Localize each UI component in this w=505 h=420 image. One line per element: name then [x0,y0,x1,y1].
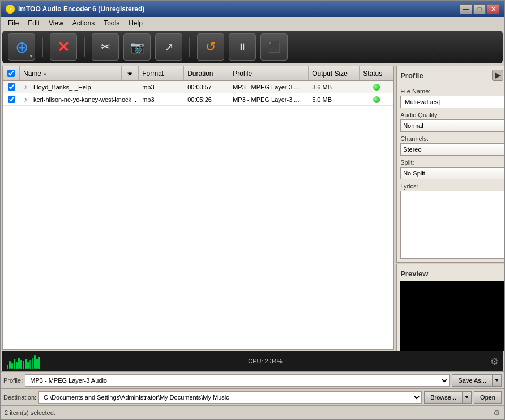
split-select[interactable]: No Split By Size By Duration [400,167,504,179]
browse-button[interactable]: Browse... [424,391,463,404]
menu-bar: File Edit View Actions Tools Help [1,17,504,29]
row-1-duration: 00:03:57 [184,84,229,91]
status-bar: 2 item(s) selected. ⚙ [1,405,504,419]
menu-help[interactable]: Help [124,18,147,28]
lyrics-textarea[interactable] [400,191,504,259]
status-text: 2 item(s) selected. [5,409,55,416]
row-2-format: mp3 [139,96,184,103]
wave-bar [36,359,38,369]
browse-dropdown[interactable]: ▼ [463,391,472,404]
preview-panel: Preview ▶ 00:00:00 / 00:00:00 ▶ ⏪ 🔊 ⛶ [396,264,504,351]
minimize-button[interactable]: — [460,4,472,14]
row-1-check[interactable] [3,83,20,91]
profile-row: Profile: MP3 - MPEG Layer-3 Audio AAC Au… [1,371,504,388]
audio-quality-select[interactable]: Normal High Low [400,119,504,132]
header-status[interactable]: Status [360,66,393,80]
save-as-dropdown[interactable]: ▼ [493,374,502,387]
status-dot [373,84,380,91]
header-name[interactable]: Name ▲ [20,66,122,80]
maximize-button[interactable]: □ [473,4,486,14]
file-name-label: File Name: [400,88,504,95]
row-1-status [360,84,393,91]
window-title: ImTOO Audio Encoder 6 (Unregistered) [18,5,144,13]
settings-button[interactable]: ⚙ [490,356,498,367]
wave-bar [34,355,36,369]
title-bar: ♪ ImTOO Audio Encoder 6 (Unregistered) —… [1,1,504,17]
toolbar-sep-1 [42,37,43,57]
cut-button[interactable]: ✂ [92,33,119,61]
save-as-wrapper: Save As... ▼ [452,374,502,387]
header-format[interactable]: Format [139,66,184,80]
pause-button[interactable]: ⏸ [229,33,256,61]
status-settings-icon[interactable]: ⚙ [493,408,500,417]
destination-row: Destination: C:\Documents and Settings\A… [1,388,504,405]
destination-label: Destination: [3,394,36,401]
save-as-button[interactable]: Save As... [452,374,493,387]
channels-label: Channels: [400,135,504,142]
cpu-display: CPU: 2.34% [248,357,283,365]
profile-label: Profile: [3,377,23,384]
row-2-icon: ♪ [20,96,31,104]
split-label: Split: [400,159,504,166]
file-list-container: ♪ Lloyd_Banks_-_Help mp3 00:03:57 MP3 - … [3,81,393,349]
audio-quality-wrapper: Normal High Low [400,119,504,132]
row-1-profile: MP3 - MPEG Layer-3 ... [229,84,309,91]
header-star[interactable]: ★ [122,66,139,80]
waveform-bar: CPU: 2.34% ⚙ [2,351,503,371]
profile-select[interactable]: MP3 - MPEG Layer-3 Audio AAC Audio OGG A… [25,374,450,387]
channels-wrapper: Stereo Mono [400,143,504,156]
app-icon: ♪ [6,5,15,14]
wave-bar [32,358,33,369]
profile-panel-title: Profile ▶ ▶ [400,70,504,81]
channels-select[interactable]: Stereo Mono [400,143,504,156]
delete-button[interactable]: ✕ [50,33,77,61]
preview-video [400,281,504,351]
wave-bar [16,362,18,369]
wave-bar [38,357,40,369]
open-button[interactable]: Open [474,391,502,404]
move-button[interactable]: ↗ [155,33,182,61]
snapshot-button[interactable]: 📷 [123,33,151,61]
convert-button[interactable]: ↺ [197,33,224,61]
wave-bar [23,361,24,369]
menu-tools[interactable]: Tools [99,18,124,28]
file-name-input[interactable] [400,96,504,108]
table-row[interactable]: ♪ Lloyd_Banks_-_Help mp3 00:03:57 MP3 - … [3,81,393,93]
row-1-icon: ♪ [20,83,31,91]
title-bar-left: ♪ ImTOO Audio Encoder 6 (Unregistered) [6,5,144,14]
menu-edit[interactable]: Edit [23,18,44,28]
table-row[interactable]: ♪ keri-hilson-ne-yo-kaney-west-knock... … [3,93,393,106]
row-2-profile: MP3 - MPEG Layer-3 ... [229,96,309,103]
stop-button[interactable]: ⬛ [260,33,288,61]
header-check[interactable] [3,66,20,80]
row-1-format: mp3 [139,84,184,91]
wave-bar [11,363,13,369]
header-profile[interactable]: Profile [229,66,309,80]
header-output-size[interactable]: Output Size [309,66,360,80]
row-2-status [360,96,393,103]
row-2-name: keri-hilson-ne-yo-kaney-west-knock... [31,96,139,103]
menu-file[interactable]: File [3,18,23,28]
row-2-check[interactable] [3,96,20,103]
profile-expand-button[interactable]: ▶ [492,70,503,81]
wave-bar [18,358,20,369]
menu-view[interactable]: View [44,18,68,28]
sort-arrow: ▲ [42,71,48,76]
toolbar: ⊕ ✕ ✂ 📷 ↗ ↺ ⏸ ⬛ [2,31,503,63]
menu-actions[interactable]: Actions [68,18,99,28]
add-file-button[interactable]: ⊕ [8,33,35,61]
header-duration[interactable]: Duration [184,66,229,80]
row-2-duration: 00:05:26 [184,96,229,103]
select-all-checkbox[interactable] [7,70,15,77]
file-table: Name ▲ ★ Format Duration Profile Output … [2,66,394,350]
wave-bar [7,365,8,369]
profile-panel: Profile ▶ ▶ File Name: Audio Quality: No… [396,66,504,263]
status-dot [373,96,380,103]
wave-bar [29,360,31,369]
waveform-visual [7,353,40,369]
destination-select[interactable]: C:\Documents and Settings\Administrator\… [38,391,422,404]
split-wrapper: No Split By Size By Duration [400,167,504,179]
preview-title: Preview ▶ [400,268,504,279]
close-button[interactable]: ✕ [487,4,499,14]
audio-quality-label: Audio Quality: [400,112,504,118]
